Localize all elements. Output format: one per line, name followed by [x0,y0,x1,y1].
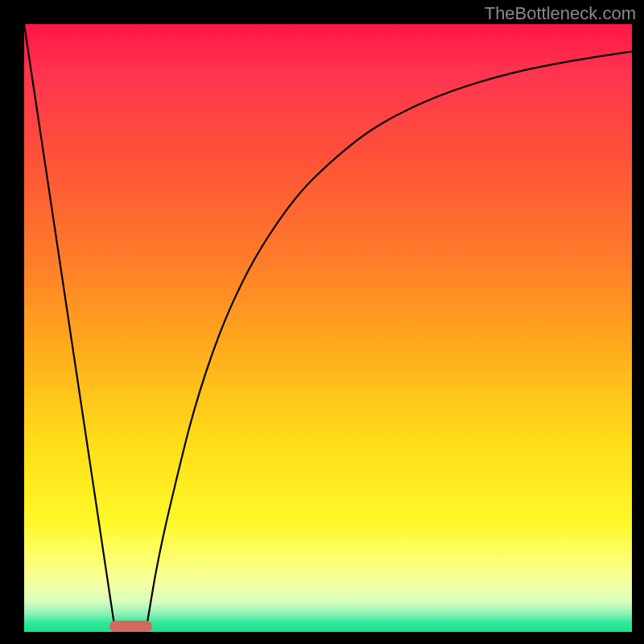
chart-container: TheBottleneck.com [0,0,644,644]
curve-left-line [24,24,115,632]
curve-layer [24,24,632,632]
plot-area [24,24,632,632]
watermark-text: TheBottleneck.com [485,3,636,24]
curve-right [146,52,632,632]
min-marker [109,621,152,632]
